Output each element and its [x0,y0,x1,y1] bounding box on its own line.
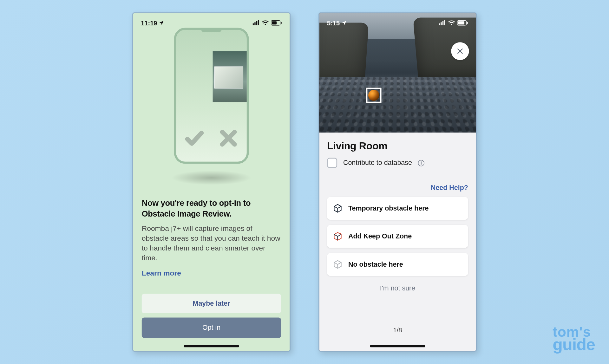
illustration-phone [174,28,249,164]
svg-rect-12 [444,20,445,25]
svg-rect-6 [281,22,281,23]
close-icon [456,47,464,55]
learn-more-link[interactable]: Learn more [142,269,181,278]
svg-rect-14 [458,21,464,24]
svg-rect-0 [253,23,254,25]
wifi-icon [448,20,455,25]
cube-icon [333,204,342,213]
check-icon [184,127,205,149]
cube-outline-icon [333,260,342,269]
contribute-checkbox[interactable] [327,158,337,168]
contribute-row[interactable]: Contribute to database i [327,158,424,168]
status-bar: 5:15 [319,13,476,32]
room-name-title: Living Room [327,140,387,152]
option-temporary-obstacle[interactable]: Temporary obstacle here [327,197,468,220]
not-sure-button[interactable]: I'm not sure [319,284,476,292]
close-button[interactable] [451,42,469,60]
cellular-icon [439,20,446,25]
optin-description: Roomba j7+ will capture images of obstac… [142,224,281,263]
status-bar: 11:19 [133,13,290,32]
option-label: No obstacle here [348,261,403,268]
svg-rect-3 [258,20,259,25]
x-icon [218,127,239,149]
svg-rect-2 [256,21,257,25]
illustration-shadow [171,171,252,185]
info-icon[interactable]: i [418,160,424,166]
svg-rect-1 [254,22,255,25]
svg-rect-5 [272,21,277,24]
battery-icon [271,20,282,25]
home-indicator [370,345,425,348]
wifi-icon [262,20,269,25]
status-time: 5:15 [327,19,340,26]
detected-obstacle-box [366,88,381,103]
location-icon [159,20,164,25]
option-label: Add Keep Out Zone [348,232,412,240]
option-no-obstacle[interactable]: No obstacle here [327,253,468,276]
svg-rect-9 [439,23,440,25]
cellular-icon [253,20,260,25]
keep-out-icon [333,232,342,241]
need-help-link[interactable]: Need Help? [431,184,468,192]
maybe-later-button[interactable]: Maybe later [142,294,281,313]
opt-in-button[interactable]: Opt in [142,317,281,338]
pager-indicator: 1/8 [319,327,476,334]
optin-headline: Now you're ready to opt-in to Obstacle I… [142,198,281,219]
option-label: Temporary obstacle here [348,205,429,212]
contribute-label: Contribute to database [343,159,412,167]
illustration-obstacle-image [213,51,247,102]
svg-rect-10 [441,22,442,25]
optin-screen: 11:19 Now you're ready to opt-in to Obst… [132,12,290,351]
location-icon [342,20,347,25]
battery-icon [457,20,468,25]
status-time: 11:19 [141,19,157,26]
obstacle-review-screen: 5:15 Living Room Contribute to database … [318,12,476,351]
home-indicator [184,345,239,348]
watermark: tom's guide [553,324,595,354]
svg-rect-11 [442,21,443,25]
detected-obstacle-ball [368,90,379,101]
option-keep-out-zone[interactable]: Add Keep Out Zone [327,225,468,248]
svg-rect-15 [467,22,468,23]
